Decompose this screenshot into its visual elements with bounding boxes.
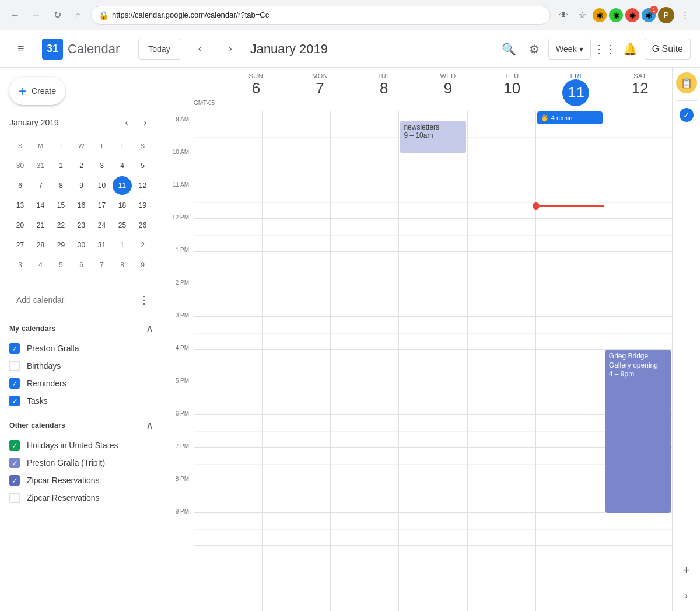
calendar-item-zipcar-checked[interactable]: ✓ Zipcar Reservations xyxy=(0,472,163,489)
other-calendars-header[interactable]: Other calendars ∧ xyxy=(0,414,163,437)
mini-cal-day[interactable]: 3 xyxy=(92,156,111,175)
mini-cal-day[interactable]: 19 xyxy=(133,196,152,215)
ext-icon-1[interactable]: ◉ xyxy=(593,8,607,22)
bookmark-icon[interactable]: ☆ xyxy=(574,7,590,23)
more-button[interactable]: ⋮ xyxy=(677,7,693,23)
mini-cal-day[interactable]: 21 xyxy=(31,216,50,235)
grid-col-wed[interactable]: newsletters 9 – 10am xyxy=(398,111,467,611)
calendar-checkbox-holidays[interactable]: ✓ xyxy=(9,440,20,451)
notifications-button[interactable]: 🔔 xyxy=(619,37,642,61)
mini-cal-day[interactable]: 26 xyxy=(133,216,152,235)
calendar-checkbox-preston[interactable]: ✓ xyxy=(9,343,20,354)
gsuite-button[interactable]: G Suite xyxy=(645,39,691,60)
search-button[interactable]: 🔍 xyxy=(497,37,520,61)
mini-cal-day[interactable]: 14 xyxy=(31,196,50,215)
hamburger-button[interactable]: ☰ xyxy=(9,37,33,61)
ext-icon-4[interactable]: ◉1 xyxy=(642,8,656,22)
mini-cal-day[interactable]: 8 xyxy=(51,176,71,195)
add-calendar-menu-button[interactable]: ⋮ xyxy=(135,291,153,309)
mini-cal-day[interactable]: 4 xyxy=(31,256,50,274)
mini-cal-day[interactable]: 5 xyxy=(51,256,71,274)
today-button[interactable]: Today xyxy=(138,39,180,60)
add-button-right[interactable]: + xyxy=(676,560,697,581)
mini-cal-day[interactable]: 29 xyxy=(51,236,71,254)
calendar-item-zipcar-unchecked[interactable]: Zipcar Reservations xyxy=(0,489,163,507)
view-selector[interactable]: Week ▾ xyxy=(548,39,591,60)
calendar-item-birthdays[interactable]: Birthdays xyxy=(0,357,163,375)
calendar-item-tripit[interactable]: ✓ Preston Gralla (TripIt) xyxy=(0,454,163,472)
grid-col-mon[interactable] xyxy=(262,111,330,611)
mini-cal-day[interactable]: 9 xyxy=(72,176,91,195)
mini-cal-day[interactable]: 18 xyxy=(113,196,132,215)
settings-button[interactable]: ⚙ xyxy=(523,37,546,61)
calendar-item-reminders[interactable]: ✓ Reminders xyxy=(0,375,163,392)
calendar-checkbox-zipcar-unchecked[interactable] xyxy=(9,493,20,503)
user-avatar[interactable]: P xyxy=(658,7,674,23)
calendar-checkbox-tasks[interactable]: ✓ xyxy=(9,396,20,406)
mini-cal-day[interactable]: 2 xyxy=(72,156,91,175)
mini-cal-day[interactable]: 30 xyxy=(10,156,30,175)
mini-cal-day[interactable]: 15 xyxy=(51,196,71,215)
create-button[interactable]: + Create xyxy=(9,77,65,105)
right-panel-top-button[interactable]: 📋 xyxy=(676,72,697,93)
mini-cal-day[interactable]: 11 xyxy=(113,176,132,195)
mini-cal-day[interactable]: 4 xyxy=(113,156,132,175)
mini-cal-day[interactable]: 1 xyxy=(113,236,132,254)
calendar-checkbox-tripit[interactable]: ✓ xyxy=(9,458,20,468)
mini-cal-day[interactable]: 17 xyxy=(92,196,111,215)
mini-cal-day[interactable]: 5 xyxy=(133,156,152,175)
add-calendar-input[interactable] xyxy=(9,289,130,310)
next-week-button[interactable]: › xyxy=(220,39,241,60)
mini-cal-day[interactable]: 28 xyxy=(31,236,50,254)
calendar-item-preston[interactable]: ✓ Preston Gralla xyxy=(0,340,163,357)
back-button[interactable]: ← xyxy=(7,7,23,23)
my-calendars-header[interactable]: My calendars ∧ xyxy=(0,317,163,340)
forward-button[interactable]: → xyxy=(28,7,44,23)
mini-cal-day[interactable]: 24 xyxy=(92,216,111,235)
grid-col-sun[interactable] xyxy=(194,111,262,611)
mini-cal-day[interactable]: 1 xyxy=(51,156,71,175)
calendar-checkbox-reminders[interactable]: ✓ xyxy=(9,378,20,389)
mini-cal-day[interactable]: 7 xyxy=(92,256,111,274)
grid-col-thu[interactable] xyxy=(467,111,536,611)
mini-cal-day[interactable]: 10 xyxy=(92,176,111,195)
mini-cal-day[interactable]: 6 xyxy=(10,176,30,195)
calendar-checkbox-birthdays[interactable] xyxy=(9,361,20,371)
grid-col-tue[interactable] xyxy=(330,111,398,611)
mini-cal-day[interactable]: 31 xyxy=(31,156,50,175)
calendar-item-holidays[interactable]: ✓ Holidays in United States xyxy=(0,437,163,454)
grid-col-sat[interactable]: Grieg Bridge Gallery opening 4 – 9pm xyxy=(604,111,672,611)
mini-cal-day[interactable]: 16 xyxy=(72,196,91,215)
mini-cal-prev[interactable]: ‹ xyxy=(118,114,135,131)
mini-cal-day[interactable]: 3 xyxy=(10,256,30,274)
calendar-checkbox-zipcar-checked[interactable]: ✓ xyxy=(9,475,20,486)
mini-cal-next[interactable]: › xyxy=(137,114,153,131)
mini-cal-day[interactable]: 25 xyxy=(113,216,132,235)
mini-cal-day[interactable]: 31 xyxy=(92,236,111,254)
mini-cal-day[interactable]: 30 xyxy=(72,236,91,254)
apps-button[interactable]: ⋮⋮ xyxy=(593,37,617,61)
reload-button[interactable]: ↻ xyxy=(49,7,65,23)
mini-cal-day[interactable]: 13 xyxy=(10,196,30,215)
mini-cal-day[interactable]: 9 xyxy=(133,256,152,274)
mini-cal-day[interactable]: 12 xyxy=(133,176,152,195)
event-reminder[interactable]: 🖐 4 remin xyxy=(537,111,603,124)
grid-col-fri[interactable]: 🖐 4 remin xyxy=(536,111,604,611)
prev-week-button[interactable]: ‹ xyxy=(190,39,211,60)
event-grieg[interactable]: Grieg Bridge Gallery opening 4 – 9pm xyxy=(606,350,671,513)
home-button[interactable]: ⌂ xyxy=(70,7,86,23)
expand-right[interactable]: › xyxy=(676,585,697,606)
mini-cal-day[interactable]: 8 xyxy=(113,256,132,274)
mini-cal-day[interactable]: 20 xyxy=(10,216,30,235)
url-bar[interactable]: 🔒 https://calendar.google.com/calendar/r… xyxy=(91,6,551,25)
mini-cal-day[interactable]: 22 xyxy=(51,216,71,235)
mini-cal-day[interactable]: 2 xyxy=(133,236,152,254)
ext-icon-2[interactable]: ◉ xyxy=(609,8,623,22)
mini-cal-day[interactable]: 7 xyxy=(31,176,50,195)
event-newsletters[interactable]: newsletters 9 – 10am xyxy=(400,121,466,153)
mini-cal-day[interactable]: 23 xyxy=(72,216,91,235)
mini-cal-day[interactable]: 6 xyxy=(72,256,91,274)
eyedrop-icon[interactable]: 👁 xyxy=(555,7,572,23)
mini-cal-day[interactable]: 27 xyxy=(10,236,30,254)
ext-icon-3[interactable]: ◉ xyxy=(625,8,639,22)
